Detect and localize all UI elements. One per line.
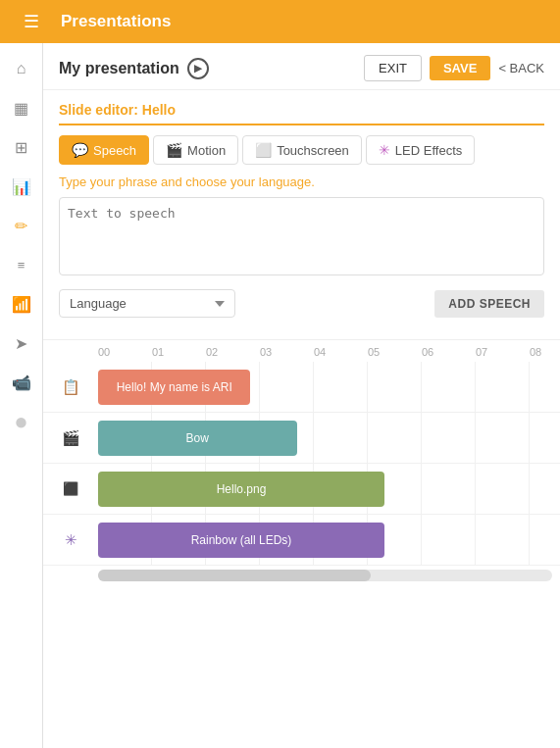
led-row-icon: ✳ <box>43 531 98 549</box>
motion-tab-icon: 🎬 <box>166 142 182 158</box>
motion-track: Bow <box>98 413 560 463</box>
led-tab-icon: ✳ <box>379 142 390 158</box>
timeline-section: 00 01 02 03 04 05 06 07 08 📋 <box>43 339 560 581</box>
tick-4: 04 <box>314 346 368 358</box>
led-block[interactable]: Rainbow (all LEDs) <box>98 523 384 558</box>
tick-0: 00 <box>98 346 152 358</box>
touchscreen-block[interactable]: Hello.png <box>98 472 384 507</box>
led-track: Rainbow (all LEDs) <box>98 515 560 565</box>
time-ruler: 00 01 02 03 04 05 06 07 08 <box>98 340 560 362</box>
presentation-title-group: My presentation ▶ <box>59 58 209 79</box>
touchscreen-track: Hello.png <box>98 464 560 514</box>
tick-6: 06 <box>422 346 476 358</box>
language-row: Language ADD SPEECH <box>59 289 544 318</box>
speech-row-icon: 📋 <box>43 378 98 396</box>
sidebar-item-home[interactable]: ⌂ <box>4 51 39 86</box>
tab-touchscreen[interactable]: ⬜ Touchscreen <box>242 135 362 165</box>
timeline-row-speech: 📋 Hello! My nam <box>43 362 560 413</box>
sidebar-item-dot[interactable]: ● <box>4 404 39 439</box>
sidebar-item-chart[interactable]: 📊 <box>4 169 39 204</box>
phrase-label: Type your phrase and choose your languag… <box>59 175 544 189</box>
timeline-row-led: ✳ Rainbow (all L <box>43 515 560 566</box>
back-button[interactable]: < BACK <box>498 61 544 75</box>
app-title: Presentations <box>61 12 171 31</box>
speech-track: Hello! My name is ARI <box>98 362 560 412</box>
timeline-scrollbar-thumb <box>98 570 371 581</box>
tab-motion[interactable]: 🎬 Motion <box>153 135 238 165</box>
header-row: My presentation ▶ EXIT SAVE < BACK <box>43 43 560 90</box>
led-tab-label: LED Effects <box>395 143 462 158</box>
slide-editor-section: Slide editor: Hello 💬 Speech 🎬 Motion ⬜ … <box>43 90 560 329</box>
touchscreen-tab-label: Touchscreen <box>277 143 349 158</box>
touchscreen-row-icon: ⬛ <box>43 481 98 496</box>
tick-7: 07 <box>476 346 530 358</box>
tabs-container: 💬 Speech 🎬 Motion ⬜ Touchscreen ✳ LED Ef… <box>59 135 544 165</box>
motion-tab-label: Motion <box>187 143 226 158</box>
exit-button[interactable]: EXIT <box>364 55 422 81</box>
language-select[interactable]: Language <box>59 289 235 318</box>
menu-icon[interactable]: ☰ <box>14 4 49 39</box>
timeline-row-touchscreen: ⬛ Hello.png <box>43 464 560 515</box>
tab-led[interactable]: ✳ LED Effects <box>366 135 475 165</box>
sidebar-item-grid[interactable]: ⊞ <box>4 129 39 165</box>
motion-block[interactable]: Bow <box>98 421 297 456</box>
play-button[interactable]: ▶ <box>187 58 209 79</box>
sidebar-item-slides[interactable]: ▦ <box>4 90 39 125</box>
top-bar: ☰ Presentations <box>0 0 560 43</box>
motion-row-icon: 🎬 <box>43 429 98 447</box>
tab-speech[interactable]: 💬 Speech <box>59 135 149 165</box>
speech-tab-icon: 💬 <box>72 142 88 158</box>
presentation-title-text: My presentation <box>59 60 179 77</box>
content-area: My presentation ▶ EXIT SAVE < BACK Slide… <box>43 43 560 748</box>
sidebar: ⌂ ▦ ⊞ 📊 ✏ ≡ 📶 ➤ 📹 ● <box>0 43 43 748</box>
tick-5: 05 <box>368 346 422 358</box>
sidebar-item-signal[interactable]: 📶 <box>4 286 39 322</box>
sidebar-item-video[interactable]: 📹 <box>4 365 39 400</box>
tick-1: 01 <box>152 346 206 358</box>
tick-2: 02 <box>206 346 260 358</box>
sidebar-item-edit[interactable]: ✏ <box>4 208 39 243</box>
add-speech-button[interactable]: ADD SPEECH <box>434 290 544 318</box>
touchscreen-tab-icon: ⬜ <box>255 142 272 158</box>
save-button[interactable]: SAVE <box>430 56 490 80</box>
timeline-rows: 📋 Hello! My nam <box>43 362 560 566</box>
sidebar-item-send[interactable]: ➤ <box>4 325 39 361</box>
tick-8: 08 <box>530 346 560 358</box>
speech-block[interactable]: Hello! My name is ARI <box>98 370 250 405</box>
timeline-row-motion: 🎬 Bow <box>43 413 560 464</box>
speech-textarea[interactable] <box>59 197 544 275</box>
timeline-scrollbar[interactable] <box>98 570 552 581</box>
tick-3: 03 <box>260 346 314 358</box>
sidebar-item-list[interactable]: ≡ <box>4 247 39 282</box>
main-layout: ⌂ ▦ ⊞ 📊 ✏ ≡ 📶 ➤ 📹 ● My presentation ▶ EX… <box>0 43 560 748</box>
speech-tab-label: Speech <box>93 143 136 158</box>
header-actions: EXIT SAVE < BACK <box>364 55 544 81</box>
slide-editor-label: Slide editor: Hello <box>59 102 544 125</box>
